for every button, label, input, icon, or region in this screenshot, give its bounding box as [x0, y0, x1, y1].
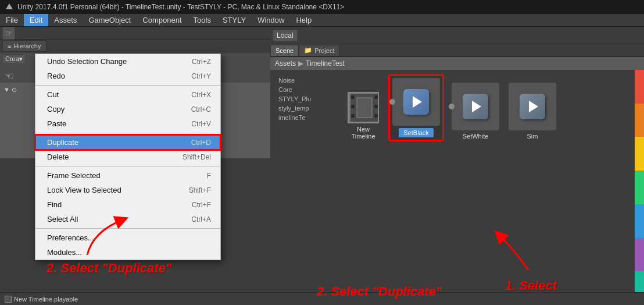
paste-label: Paste	[47, 119, 66, 128]
asset-list-item-timeline[interactable]: imelineTe	[276, 113, 334, 122]
colorbar-blue	[635, 204, 644, 238]
lock-view-label: Lock View to Selected	[47, 186, 121, 194]
svg-rect-6	[374, 105, 378, 108]
panel-tabs-row: ≡ Hierarchy	[0, 40, 270, 52]
colorbar-green	[635, 171, 644, 204]
colorbar-purple	[635, 238, 644, 272]
menu-file[interactable]: File	[0, 14, 24, 26]
tab-project-icon[interactable]: 📁 Project	[299, 45, 339, 56]
setwhite-play-triangle	[472, 101, 481, 112]
new-timeline-label: New Timeline	[346, 126, 381, 140]
separator-2	[35, 133, 220, 133]
arrow-1-svg	[493, 229, 540, 276]
menu-copy[interactable]: Copy Ctrl+C	[35, 102, 220, 116]
setblack-play-circle	[403, 89, 429, 115]
left-panel: ☞ ≡ Hierarchy Crea▾ ☜ ▼ ⊙ Undo Select	[0, 27, 270, 305]
select-all-label: Select All	[47, 215, 78, 224]
status-checkbox	[5, 296, 12, 303]
breadcrumb-row: Assets ▶ TimelineTest	[270, 57, 644, 70]
annotation-1-area: 1. Select	[505, 278, 557, 293]
status-text: New Timeline.playable	[14, 296, 78, 303]
filmstrip-graphic	[348, 92, 379, 123]
asset-list-item-temp[interactable]: styly_temp	[276, 104, 334, 113]
menu-find[interactable]: Find Ctrl+F	[35, 197, 220, 212]
svg-marker-0	[6, 3, 13, 9]
frame-selected-label: Frame Selected	[47, 171, 101, 180]
menu-cut[interactable]: Cut Ctrl+X	[35, 87, 220, 102]
unity-icon	[5, 2, 14, 12]
setwhite-card-dot	[449, 104, 455, 109]
menu-gameobject[interactable]: GameObject	[83, 14, 137, 26]
setwhite-card[interactable]: SetWhite	[452, 83, 499, 140]
menu-help[interactable]: Help	[290, 14, 317, 26]
menu-delete[interactable]: Delete Shift+Del	[35, 150, 220, 164]
main-layout: ☞ ≡ Hierarchy Crea▾ ☜ ▼ ⊙ Undo Select	[0, 27, 644, 305]
menu-styly[interactable]: STYLY	[217, 14, 252, 26]
menu-frame-selected[interactable]: Frame Selected F	[35, 168, 220, 183]
separator-1	[35, 85, 220, 86]
svg-rect-4	[351, 114, 355, 118]
colorbar-yellow	[635, 137, 644, 171]
paste-shortcut: Ctrl+V	[191, 120, 211, 128]
asset-list-item-noise[interactable]: Noise	[276, 76, 334, 85]
frame-selected-shortcut: F	[207, 172, 211, 180]
menu-modules[interactable]: Modules...	[35, 245, 220, 260]
menu-assets[interactable]: Assets	[48, 14, 83, 26]
menu-lock-view[interactable]: Lock View to Selected Shift+F	[35, 183, 220, 197]
find-label: Find	[47, 200, 62, 209]
new-timeline-asset[interactable]: New Timeline	[346, 92, 381, 140]
svg-rect-5	[374, 95, 378, 99]
svg-rect-2	[351, 95, 355, 99]
svg-rect-3	[351, 105, 355, 108]
right-toolbar: Local	[270, 27, 644, 44]
undo-label: Undo Selection Change	[47, 57, 127, 66]
redo-shortcut: Ctrl+Y	[191, 72, 211, 80]
menu-paste[interactable]: Paste Ctrl+V	[35, 116, 220, 131]
breadcrumb-root: Assets	[275, 59, 296, 68]
asset-list-item-styly[interactable]: STYLY_Plu	[276, 94, 334, 104]
setwhite-card-bg	[452, 83, 499, 130]
menu-tools[interactable]: Tools	[188, 14, 217, 26]
colorbar-orange	[635, 104, 644, 137]
annotation-1-text: 1. Select	[505, 278, 557, 293]
menu-duplicate[interactable]: Duplicate Ctrl+D	[35, 135, 220, 150]
breadcrumb-current: TimelineTest	[306, 59, 345, 68]
sim-play-triangle	[529, 101, 538, 112]
annotation-2-area: 2. Select "Duplicate"	[46, 261, 171, 276]
sim-card[interactable]: Sim	[509, 83, 556, 140]
tabs-row: Scene 📁 Project	[270, 44, 644, 57]
setblack-label: SetBlack	[399, 128, 433, 137]
redo-label: Redo	[47, 72, 65, 80]
find-shortcut: Ctrl+F	[192, 201, 211, 209]
menu-preferences[interactable]: Preferences...	[35, 230, 220, 245]
asset-grid: Noise Core STYLY_Plu styly_temp imelineT…	[270, 70, 644, 305]
hierarchy-tab[interactable]: ≡ Hierarchy	[2, 40, 46, 52]
duplicate-shortcut: Ctrl+D	[191, 139, 211, 147]
separator-3	[35, 166, 220, 166]
menu-undo[interactable]: Undo Selection Change Ctrl+Z	[35, 54, 220, 69]
menu-select-all[interactable]: Select All Ctrl+A	[35, 212, 220, 226]
filmstrip-svg	[349, 92, 378, 123]
delete-label: Delete	[47, 152, 69, 161]
menu-edit[interactable]: Edit	[24, 14, 48, 26]
scene-hand-icon: ☜	[5, 70, 14, 83]
asset-list-item-core[interactable]: Core	[276, 85, 334, 94]
asset-file-list: Noise Core STYLY_Plu styly_temp imelineT…	[276, 76, 334, 122]
hierarchy-icon: ≡	[8, 42, 11, 49]
pivot-local-btn[interactable]: Local	[273, 30, 298, 41]
svg-rect-8	[357, 98, 372, 118]
menu-component[interactable]: Component	[137, 14, 187, 26]
preferences-label: Preferences...	[47, 233, 94, 242]
menu-window[interactable]: Window	[252, 14, 290, 26]
setblack-card[interactable]: SetBlack	[390, 76, 442, 140]
delete-shortcut: Shift+Del	[183, 153, 211, 161]
create-btn[interactable]: Crea▾	[2, 54, 26, 64]
cut-label: Cut	[47, 90, 59, 99]
tab-scene[interactable]: Scene	[270, 45, 299, 56]
sim-card-bg	[509, 83, 556, 130]
menu-bar: File Edit Assets GameObject Component To…	[0, 14, 644, 27]
hand-tool-btn[interactable]: ☞	[2, 27, 15, 40]
title-text: Unity 2017.4.0f1 Personal (64bit) - Time…	[17, 3, 344, 11]
menu-redo[interactable]: Redo Ctrl+Y	[35, 69, 220, 83]
setwhite-play-circle	[463, 94, 488, 119]
